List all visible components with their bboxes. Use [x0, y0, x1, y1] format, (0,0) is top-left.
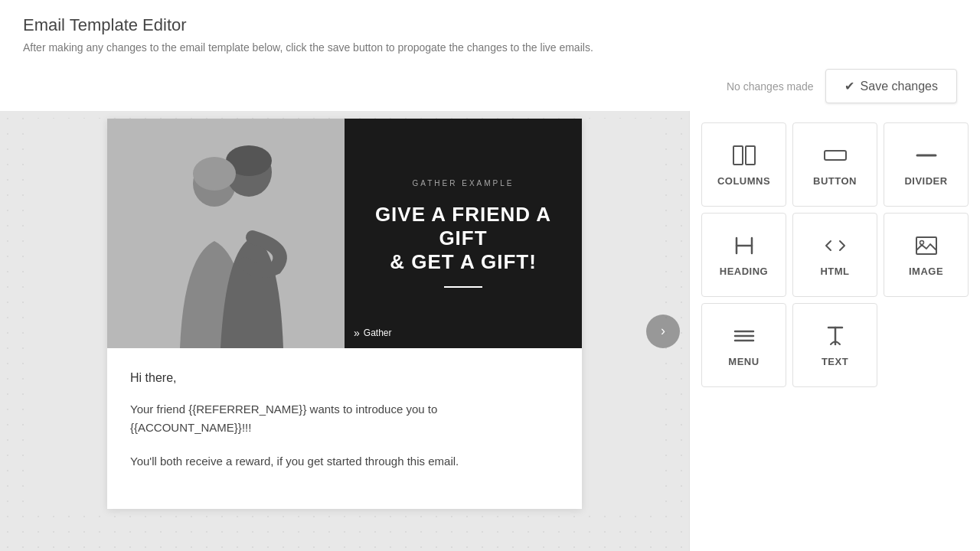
- text-icon: [823, 324, 848, 348]
- svg-rect-6: [733, 146, 743, 165]
- banner-headline-line2: & GET A GIFT!: [390, 250, 537, 273]
- no-changes-label: No changes made: [727, 80, 814, 93]
- save-button[interactable]: ✔ Save changes: [825, 69, 957, 103]
- email-preview-wrapper: GATHER EXAMPLE GIVE A FRIEND A GIFT & GE…: [0, 111, 689, 551]
- component-label-html: HTML: [820, 266, 849, 277]
- banner-headline-line1: GIVE A FRIEND A GIFT: [375, 203, 551, 249]
- email-greeting: Hi there,: [130, 371, 559, 385]
- columns-icon: [732, 143, 756, 168]
- component-label-heading: HEADING: [720, 266, 768, 277]
- component-label-image: IMAGE: [909, 266, 943, 277]
- svg-rect-7: [746, 146, 755, 165]
- component-block-columns[interactable]: COLUMNS: [701, 122, 786, 207]
- save-button-label: Save changes: [861, 80, 938, 93]
- email-card: GATHER EXAMPLE GIVE A FRIEND A GIFT & GE…: [107, 119, 582, 509]
- email-paragraph-2: You'll both receive a reward, if you get…: [130, 452, 559, 471]
- page-title: Email Template Editor: [23, 15, 957, 35]
- svg-point-14: [920, 240, 923, 244]
- component-label-divider: DIVIDER: [904, 175, 947, 187]
- svg-rect-8: [825, 151, 846, 160]
- component-panel: COLUMNS BUTTON DIVIDER: [689, 111, 980, 551]
- email-paragraph-1: Your friend {{REFERRER_NAME}} wants to i…: [130, 400, 559, 437]
- banner-photo: [107, 119, 345, 348]
- email-banner: GATHER EXAMPLE GIVE A FRIEND A GIFT & GE…: [107, 119, 582, 348]
- component-block-button[interactable]: BUTTON: [792, 122, 877, 207]
- component-label-button: BUTTON: [813, 175, 857, 187]
- banner-photo-svg: [107, 119, 345, 348]
- email-body: Hi there, Your friend {{REFERRER_NAME}} …: [107, 348, 582, 509]
- component-block-divider[interactable]: DIVIDER: [884, 122, 969, 207]
- component-block-text[interactable]: TEXT: [792, 303, 877, 387]
- menu-icon: [732, 324, 756, 348]
- logo-chevron-icon: »: [354, 327, 360, 339]
- checkmark-icon: ✔: [844, 79, 854, 93]
- banner-divider-line: [444, 286, 482, 288]
- main-content: GATHER EXAMPLE GIVE A FRIEND A GIFT & GE…: [0, 111, 980, 551]
- component-block-image[interactable]: IMAGE: [884, 213, 969, 297]
- banner-headline: GIVE A FRIEND A GIFT & GET A GIFT!: [360, 203, 567, 275]
- heading-icon: [732, 233, 756, 258]
- banner-dark-side: GATHER EXAMPLE GIVE A FRIEND A GIFT & GE…: [345, 119, 582, 348]
- banner-eyebrow: GATHER EXAMPLE: [413, 179, 514, 187]
- logo-text: Gather: [364, 328, 392, 338]
- svg-point-5: [193, 157, 236, 191]
- svg-rect-13: [916, 237, 936, 254]
- divider-icon: [914, 143, 939, 168]
- arrow-button[interactable]: ›: [646, 315, 680, 348]
- component-block-html[interactable]: HTML: [792, 213, 877, 297]
- banner-logo: » Gather: [354, 327, 391, 339]
- component-label-menu: MENU: [728, 356, 759, 367]
- component-block-heading[interactable]: HEADING: [701, 213, 786, 297]
- component-label-columns: COLUMNS: [717, 175, 770, 187]
- html-icon: [823, 233, 848, 258]
- toolbar: No changes made ✔ Save changes: [0, 61, 980, 111]
- component-label-text: TEXT: [822, 356, 848, 367]
- button-icon: [823, 143, 848, 168]
- email-preview-scroll: GATHER EXAMPLE GIVE A FRIEND A GIFT & GE…: [31, 119, 658, 509]
- image-icon: [914, 233, 939, 258]
- arrow-icon: ›: [661, 323, 665, 339]
- component-block-menu[interactable]: MENU: [701, 303, 786, 387]
- header-section: Email Template Editor After making any c…: [0, 0, 980, 61]
- page-subtitle: After making any changes to the email te…: [23, 41, 957, 54]
